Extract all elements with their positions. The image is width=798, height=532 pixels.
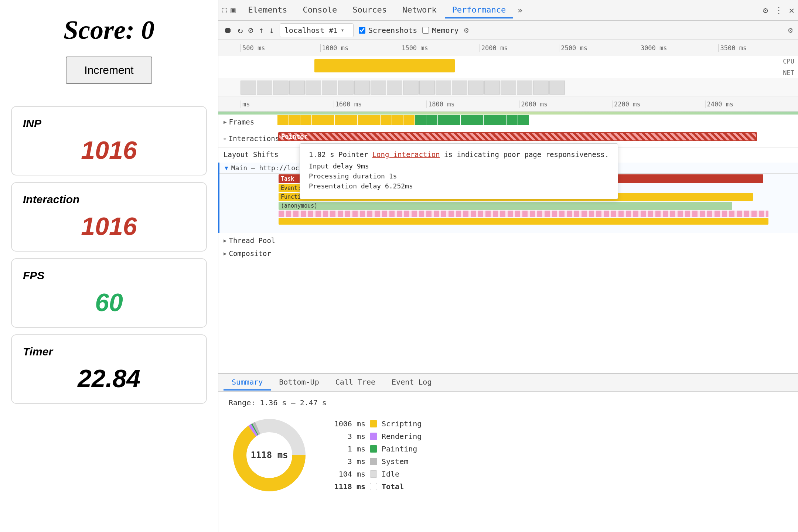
screenshots-strip bbox=[218, 78, 798, 97]
tab-network[interactable]: Network bbox=[395, 2, 444, 18]
thread-pool-track: ▶ Thread Pool bbox=[218, 234, 798, 247]
cpu-throttle-icon[interactable]: ⚙ bbox=[464, 25, 469, 35]
tooltip-link[interactable]: Long interaction bbox=[372, 150, 440, 158]
upload-icon[interactable]: ↑ bbox=[259, 25, 264, 35]
frames-bar bbox=[277, 115, 798, 126]
legend-row-system: 3 ms System bbox=[332, 457, 422, 466]
painting-dot bbox=[370, 445, 377, 453]
screenshot-thumb bbox=[371, 81, 386, 95]
legend-table: 1006 ms Scripting 3 ms Rendering 1 ms bbox=[332, 419, 422, 491]
interactions-track: ✏️ Interactions Pointer 1.02 s Pointer L… bbox=[218, 129, 798, 148]
bottom-tab-summary[interactable]: Summary bbox=[224, 375, 271, 391]
detail-tick-2400: 2400 ms bbox=[705, 100, 798, 108]
tooltip-message: is indicating poor page responsiveness. bbox=[444, 150, 609, 158]
memory-checkbox-group: Memory bbox=[422, 26, 458, 35]
pointer-label: Pointer bbox=[281, 133, 308, 140]
total-dot bbox=[370, 483, 377, 490]
compositor-label[interactable]: ▶ Compositor bbox=[218, 249, 277, 258]
tooltip-processing-value: 1s bbox=[389, 172, 397, 180]
track-area[interactable]: ▶ Frames bbox=[218, 115, 798, 373]
tooltip-presentation: Presentation delay 6.252ms bbox=[309, 182, 609, 190]
rendering-ms: 3 ms bbox=[332, 432, 365, 441]
tab-performance[interactable]: Performance bbox=[445, 2, 514, 18]
close-icon[interactable]: ✕ bbox=[789, 5, 794, 16]
timer-label: Timer bbox=[23, 345, 195, 358]
frame-block-green bbox=[426, 115, 437, 125]
tab-console[interactable]: Console bbox=[295, 2, 344, 18]
compositor-expand-icon[interactable]: ▶ bbox=[224, 250, 226, 256]
clear-icon[interactable]: ⊘ bbox=[248, 25, 253, 35]
cpu-label: CPU bbox=[783, 58, 794, 65]
frame-block bbox=[289, 115, 300, 125]
tab-elements[interactable]: Elements bbox=[241, 2, 295, 18]
system-name: System bbox=[382, 457, 408, 466]
bottom-tab-event-log[interactable]: Event Log bbox=[383, 375, 440, 391]
idle-ms: 104 ms bbox=[332, 470, 365, 478]
download-icon[interactable]: ↓ bbox=[269, 25, 274, 35]
tooltip-timing: 1.02 s bbox=[309, 150, 334, 158]
record-icon[interactable]: ⏺ bbox=[224, 25, 232, 35]
overview-ruler: 500 ms 1000 ms 1500 ms 2000 ms 2500 ms 3… bbox=[218, 40, 798, 56]
main-expand-icon[interactable]: ▼ bbox=[225, 164, 228, 171]
screenshot-thumb bbox=[549, 81, 565, 95]
bottom-tab-bottom-up[interactable]: Bottom-Up bbox=[271, 375, 327, 391]
screenshot-thumb bbox=[322, 81, 337, 95]
frames-label[interactable]: ▶ Frames bbox=[218, 118, 277, 126]
frame-block-green bbox=[518, 115, 529, 125]
memory-label: Memory bbox=[432, 26, 458, 35]
settings-gear-icon[interactable]: ⚙ bbox=[788, 25, 793, 35]
thread-pool-expand-icon[interactable]: ▶ bbox=[224, 238, 226, 243]
scripting-ms: 1006 ms bbox=[332, 419, 365, 428]
timeline-detail: ms 1600 ms 1800 ms 2000 ms 2200 ms 2400 … bbox=[218, 97, 798, 373]
layout-shifts-label[interactable]: Layout Shifts bbox=[218, 150, 277, 158]
frames-expand-icon[interactable]: ▶ bbox=[224, 119, 226, 125]
screenshot-thumb bbox=[289, 81, 305, 95]
legend-row-rendering: 3 ms Rendering bbox=[332, 432, 422, 441]
summary-area: 1118 ms 1006 ms Scripting 3 ms Rendering bbox=[229, 415, 788, 496]
screenshot-thumb bbox=[419, 81, 435, 95]
overflow-icon[interactable]: ⋮ bbox=[774, 5, 783, 16]
tooltip-input-delay-value: 9ms bbox=[357, 162, 369, 170]
bottom-tab-call-tree[interactable]: Call Tree bbox=[327, 375, 383, 391]
donut-chart: 1118 ms bbox=[229, 415, 310, 496]
tab-sources[interactable]: Sources bbox=[345, 2, 394, 18]
cpu-usage-bar bbox=[314, 59, 455, 72]
settings-icon[interactable]: ⚙ bbox=[763, 5, 768, 16]
tooltip-input-delay: Input delay 9ms bbox=[309, 162, 609, 170]
ruler-tick-1500: 1500 ms bbox=[400, 44, 480, 52]
legend-row-total: 1118 ms Total bbox=[332, 482, 422, 491]
screenshots-label: Screenshots bbox=[368, 26, 417, 35]
score-title: Score: 0 bbox=[64, 15, 154, 45]
donut-label: 1118 ms bbox=[250, 450, 288, 460]
anonymous-bar[interactable]: (anonymous) bbox=[279, 202, 732, 210]
memory-checkbox[interactable] bbox=[422, 27, 429, 34]
total-ms: 1118 ms bbox=[332, 482, 365, 491]
frame-block bbox=[277, 115, 289, 125]
interactions-content[interactable]: Pointer 1.02 s Pointer Long interaction … bbox=[277, 129, 798, 147]
screenshot-thumb bbox=[468, 81, 484, 95]
tooltip-processing: Processing duration 1s bbox=[309, 172, 609, 180]
screenshot-thumb bbox=[257, 81, 272, 95]
screenshot-thumb bbox=[452, 81, 467, 95]
frame-block-green bbox=[461, 115, 472, 125]
tooltip-title: 1.02 s Pointer Long interaction is indic… bbox=[309, 150, 609, 158]
pink-bars bbox=[279, 211, 768, 217]
frame-block bbox=[323, 115, 334, 125]
screenshot-thumb bbox=[517, 81, 532, 95]
increment-button[interactable]: Increment bbox=[66, 57, 152, 84]
refresh-icon[interactable]: ↻ bbox=[238, 25, 243, 35]
thread-pool-label[interactable]: ▶ Thread Pool bbox=[218, 236, 277, 245]
url-selector[interactable]: localhost #1 ▾ bbox=[280, 23, 354, 37]
legend-row-painting: 1 ms Painting bbox=[332, 444, 422, 453]
frame-block bbox=[358, 115, 369, 125]
frame-block-green bbox=[484, 115, 495, 125]
frame-block-green bbox=[495, 115, 506, 125]
tab-more[interactable]: » bbox=[514, 4, 526, 16]
inspect-icon[interactable]: ⬚ bbox=[222, 6, 227, 15]
pointer-bar[interactable]: Pointer bbox=[278, 132, 757, 141]
screenshots-checkbox[interactable] bbox=[359, 27, 365, 34]
interaction-label: Interaction bbox=[23, 193, 195, 206]
interactions-label[interactable]: ✏️ Interactions bbox=[218, 134, 277, 143]
device-icon[interactable]: ▣ bbox=[231, 6, 235, 15]
interactions-expand-icon[interactable]: ✏️ bbox=[224, 136, 226, 141]
